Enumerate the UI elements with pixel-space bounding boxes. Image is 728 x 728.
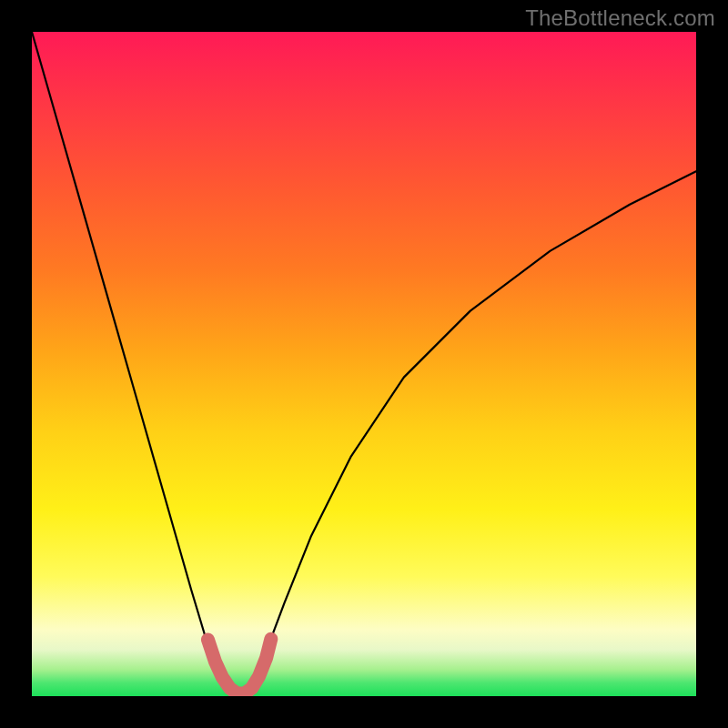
watermark-text: TheBottleneck.com xyxy=(525,5,715,31)
plot-area xyxy=(32,32,696,696)
chart-stage: TheBottleneck.com xyxy=(0,0,728,728)
bottom-marker-curve xyxy=(207,639,270,693)
main-curve xyxy=(32,32,696,694)
curve-svg xyxy=(32,32,696,696)
